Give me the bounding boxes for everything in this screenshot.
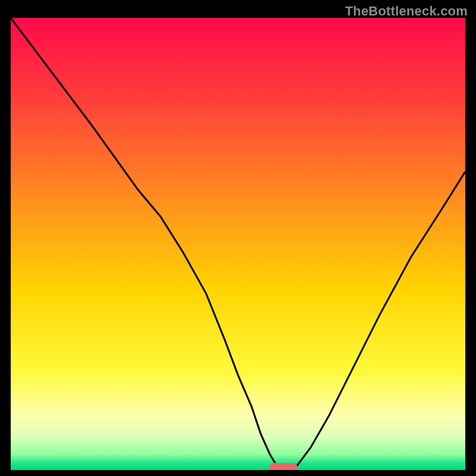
chart-background	[11, 18, 465, 470]
watermark-text: TheBottleneck.com	[345, 4, 468, 19]
chart-frame	[11, 18, 465, 470]
bottleneck-chart	[11, 18, 465, 470]
optimal-marker	[270, 463, 298, 470]
